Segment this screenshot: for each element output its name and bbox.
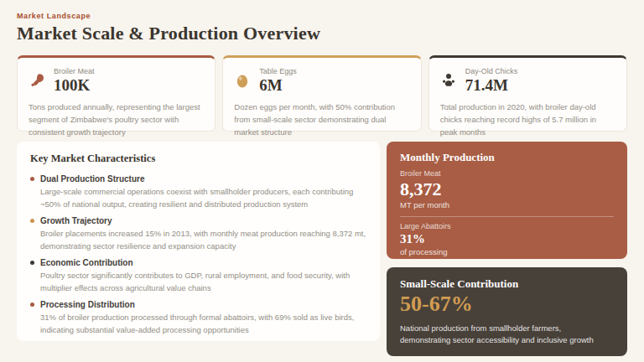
- metric-label: Broiler Meat: [400, 169, 614, 178]
- egg-icon: [234, 72, 251, 89]
- bullet-description: Poultry sector significantly contributes…: [40, 269, 366, 294]
- metric-unit: MT per month: [400, 200, 614, 210]
- slide: Market Landscape Market Scale & Producti…: [0, 0, 644, 362]
- stat-cards-row: Broiler Meat 100K Tons produced annually…: [17, 55, 627, 132]
- stat-label: Table Eggs: [259, 67, 297, 76]
- stat-description: Total production in 2020, with broiler d…: [440, 101, 615, 138]
- bullet-dot: [30, 219, 34, 223]
- bullet-title: Processing Distribution: [40, 298, 135, 311]
- list-item: Economic Contribution Poultry sector sig…: [30, 256, 366, 294]
- main-content: Key Market Characteristics Dual Producti…: [17, 142, 627, 356]
- key-characteristics-panel: Key Market Characteristics Dual Producti…: [17, 142, 380, 341]
- eyebrow-label: Market Landscape: [17, 12, 627, 20]
- right-column: Monthly Production Broiler Meat 8,372 MT…: [387, 142, 627, 356]
- bullet-title: Dual Production Structure: [40, 173, 144, 185]
- stat-value: 100K: [54, 76, 95, 94]
- bullet-dot: [30, 177, 34, 181]
- list-item: Growth Trajectory Broiler placements inc…: [30, 215, 366, 252]
- divider: [400, 216, 614, 217]
- stat-card-broiler-meat: Broiler Meat 100K Tons produced annually…: [17, 55, 216, 132]
- stat-description: Dozen eggs per month, with 50% contribut…: [234, 101, 409, 138]
- drumstick-icon: [29, 72, 45, 89]
- bullet-description: Broiler placements increased 15% in 2013…: [40, 227, 366, 252]
- metric-value: 50-67%: [400, 292, 614, 316]
- list-item: Dual Production Structure Large-scale co…: [30, 173, 366, 210]
- bullet-title: Economic Contribution: [40, 256, 133, 269]
- chick-icon: [440, 72, 457, 89]
- header: Market Landscape Market Scale & Producti…: [17, 12, 627, 44]
- panel-heading: Small-Scale Contribution: [400, 277, 614, 291]
- bullet-title: Growth Trajectory: [40, 215, 112, 227]
- section-heading: Key Market Characteristics: [30, 153, 366, 165]
- bullet-description: 31% of broiler production processed thro…: [40, 311, 366, 336]
- monthly-production-panel: Monthly Production Broiler Meat 8,372 MT…: [387, 142, 627, 259]
- stat-card-day-old-chicks: Day-Old Chicks 71.4M Total production in…: [428, 55, 627, 132]
- metric-value: 31%: [400, 231, 614, 246]
- panel-heading: Monthly Production: [400, 151, 614, 164]
- stat-value: 6M: [259, 76, 297, 94]
- bullet-dot: [30, 303, 34, 307]
- list-item: Processing Distribution 31% of broiler p…: [30, 298, 366, 336]
- metric-unit: of processing: [400, 247, 614, 257]
- metric-value: 8,372: [400, 178, 614, 199]
- stat-card-table-eggs: Table Eggs 6M Dozen eggs per month, with…: [222, 55, 421, 132]
- metric-label: Large Abattoirs: [400, 222, 614, 231]
- page-title: Market Scale & Production Overview: [17, 23, 627, 44]
- panel-description: National production from smallholder far…: [400, 323, 614, 346]
- stat-description: Tons produced annually, representing the…: [29, 101, 204, 138]
- bullet-description: Large-scale commercial operations coexis…: [40, 185, 366, 210]
- bullet-dot: [30, 261, 34, 265]
- small-scale-panel: Small-Scale Contribution 50-67% National…: [387, 267, 627, 356]
- stat-value: 71.4M: [465, 76, 518, 94]
- stat-label: Broiler Meat: [54, 67, 95, 76]
- stat-label: Day-Old Chicks: [465, 67, 518, 76]
